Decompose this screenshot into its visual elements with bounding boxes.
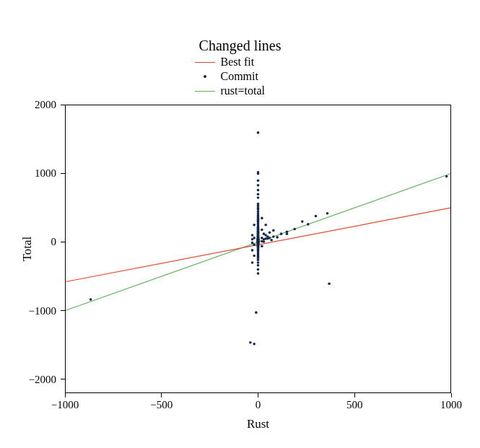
scatter-point [257, 179, 260, 182]
y-tick-label: −1000 [20, 304, 56, 317]
scatter-point [264, 224, 267, 227]
scatter-point [257, 264, 260, 267]
x-axis-label: Rust [65, 417, 451, 431]
y-tick [61, 242, 65, 242]
y-tick [61, 310, 65, 311]
scatter-point [257, 189, 260, 192]
scatter-point [272, 229, 275, 232]
scatter-point [269, 237, 271, 240]
scatter-point [257, 196, 260, 199]
dot-icon [195, 71, 215, 82]
x-tick [354, 393, 355, 398]
y-tick [61, 379, 65, 379]
scatter-point [257, 131, 260, 134]
scatter-point [257, 258, 260, 261]
scatter-point [276, 236, 279, 239]
scatter-point [253, 244, 256, 247]
scatter-point [445, 175, 448, 178]
scatter-point [261, 245, 263, 247]
scatter-point [286, 232, 289, 235]
y-tick [61, 173, 65, 174]
scatter-point [90, 298, 92, 301]
plot-area [65, 105, 451, 393]
legend-item-identity: rust=total [0, 84, 480, 98]
y-tick-label: 1000 [20, 167, 56, 180]
scatter-point [315, 215, 318, 218]
scatter-point [328, 283, 331, 286]
legend-label: rust=total [221, 84, 286, 97]
scatter-point [257, 261, 260, 264]
scatter-points [90, 131, 448, 345]
x-tick-label: −1000 [51, 399, 79, 411]
legend-item-best-fit: Best fit [0, 55, 480, 69]
x-tick-label: 1000 [440, 399, 462, 411]
legend-label: Commit [221, 70, 286, 83]
scatter-point [257, 193, 260, 196]
legend-item-commit: Commit [0, 69, 480, 84]
legend-label: Best fit [221, 56, 286, 69]
scatter-point [253, 255, 256, 258]
scatter-point [261, 229, 263, 232]
x-tick-label: 0 [256, 399, 261, 411]
scatter-point [272, 235, 275, 238]
scatter-point [253, 224, 256, 227]
x-tick-label: −500 [150, 399, 173, 411]
scatter-point [307, 223, 310, 226]
scatter-point [255, 311, 258, 314]
scatter-point [269, 231, 271, 234]
x-tick [65, 393, 66, 398]
y-tick-label: −2000 [20, 373, 56, 385]
scatter-point [257, 184, 260, 187]
line-icon [195, 57, 215, 67]
x-tick [451, 393, 452, 398]
chart-title: Changed lines [0, 38, 480, 54]
scatter-point [253, 343, 256, 346]
y-tick-label: 2000 [20, 99, 56, 111]
scatter-point [257, 172, 260, 175]
x-tick [258, 393, 258, 398]
scatter-point [257, 268, 260, 271]
scatter-point [280, 232, 283, 235]
y-tick [61, 105, 65, 105]
scatter-point [251, 242, 254, 245]
figure: Changed lines Best fit Commit rust=total [0, 0, 480, 448]
legend: Best fit Commit rust=total [0, 55, 480, 98]
x-tick [161, 393, 162, 398]
scatter-point [293, 228, 296, 231]
scatter-point [257, 272, 260, 275]
scatter-point [326, 212, 329, 215]
scatter-point [251, 234, 254, 237]
scatter-point [261, 217, 263, 220]
scatter-point [251, 249, 254, 252]
scatter-point [263, 240, 266, 243]
line-icon [195, 86, 215, 96]
scatter-point [253, 237, 256, 240]
scatter-point [251, 261, 254, 264]
x-tick-label: 500 [346, 399, 363, 411]
scatter-point [270, 239, 273, 242]
y-axis-label: Total [20, 227, 35, 271]
plot-svg [66, 105, 450, 392]
scatter-point [249, 341, 252, 344]
scatter-point [301, 220, 304, 223]
